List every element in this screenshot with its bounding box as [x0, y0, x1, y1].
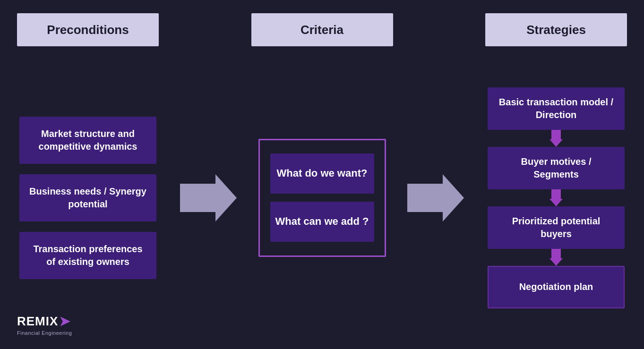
header-preconditions-label: Preconditions: [47, 23, 129, 37]
criteria-2-text: What can we add ?: [275, 215, 369, 229]
precondition-box-2: Business needs / Synergy potential: [19, 174, 156, 221]
strategies-column: Basic transaction model / Direction Buye…: [485, 87, 627, 308]
header-criteria: Criteria: [251, 13, 393, 46]
main-content: Market structure and competitive dynamic…: [0, 46, 644, 349]
strategy-box-2: Buyer motives / Segments: [488, 147, 625, 189]
right-arrow: [407, 172, 464, 224]
logo-arrow-icon: ➤: [59, 314, 70, 329]
preconditions-column: Market structure and competitive dynamic…: [17, 117, 159, 279]
logo-name: REMIX: [17, 314, 58, 329]
strategy-arrow-3: [550, 249, 563, 266]
header-row: Preconditions Criteria Strategies: [0, 0, 644, 46]
strategy-box-1: Basic transaction model / Direction: [488, 87, 625, 130]
svg-marker-3: [550, 189, 563, 206]
criteria-1-text: What do we want?: [277, 167, 368, 180]
strategy-box-3: Prioritized potential buyers: [488, 206, 625, 249]
strategy-1-text: Basic transaction model / Direction: [497, 96, 615, 121]
header-criteria-label: Criteria: [301, 23, 343, 37]
strategy-box-4: Negotiation plan: [488, 266, 625, 308]
header-strategies: Strategies: [485, 13, 627, 46]
svg-marker-0: [180, 174, 237, 221]
logo-subtitle: Financial Engineering: [17, 330, 72, 336]
precondition-3-text: Transaction preferences of existing owne…: [29, 243, 147, 268]
precondition-2-text: Business needs / Synergy potential: [29, 185, 147, 211]
strategy-arrow-2: [550, 189, 563, 206]
criteria-inner-2: What can we add ?: [270, 202, 374, 242]
svg-marker-1: [407, 174, 464, 221]
criteria-column: What do we want? What can we add ?: [258, 139, 386, 257]
svg-marker-2: [550, 130, 563, 147]
strategy-2-text: Buyer motives / Segments: [497, 155, 615, 181]
left-arrow: [180, 172, 237, 224]
svg-marker-4: [550, 249, 563, 266]
strategy-arrow-1: [550, 130, 563, 147]
precondition-1-text: Market structure and competitive dynamic…: [29, 128, 147, 153]
criteria-inner-1: What do we want?: [270, 153, 374, 194]
header-strategies-label: Strategies: [526, 23, 586, 37]
slide: Preconditions Criteria Strategies Market…: [0, 0, 644, 349]
strategy-4-text: Negotiation plan: [519, 281, 593, 293]
header-preconditions: Preconditions: [17, 13, 159, 46]
precondition-box-3: Transaction preferences of existing owne…: [19, 232, 156, 279]
logo: REMIX ➤: [17, 314, 70, 329]
criteria-box: What do we want? What can we add ?: [258, 139, 386, 257]
strategy-3-text: Prioritized potential buyers: [497, 215, 615, 240]
logo-area: REMIX ➤ Financial Engineering: [17, 314, 72, 336]
precondition-box-1: Market structure and competitive dynamic…: [19, 117, 156, 164]
